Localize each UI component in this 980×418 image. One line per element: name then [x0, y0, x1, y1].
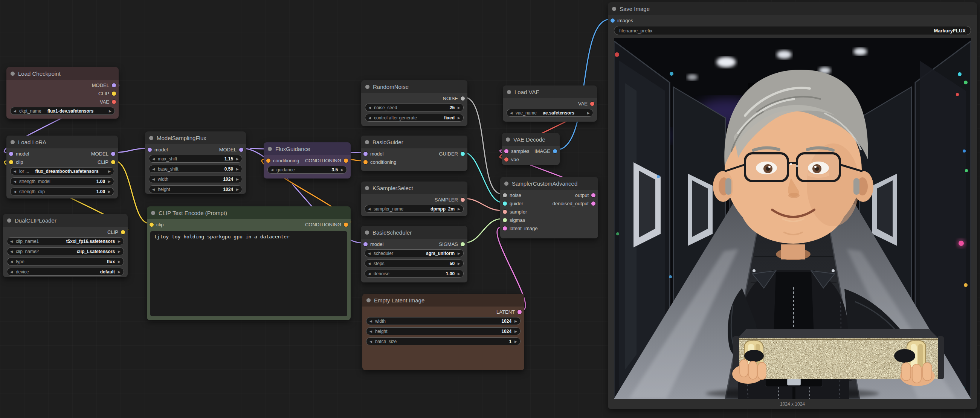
collapse-dot[interactable]: [365, 186, 369, 190]
widget-type[interactable]: ◀typeflux▶: [7, 257, 124, 265]
collapse-dot[interactable]: [365, 230, 369, 235]
port-dot-sampler[interactable]: [503, 210, 507, 214]
input-port-model[interactable]: model: [9, 151, 29, 157]
node-samplercustomadvanced[interactable]: SamplerCustomAdvancednoiseoutputguiderde…: [500, 177, 598, 238]
node-header[interactable]: ModelSamplingFlux: [145, 132, 246, 144]
port-dot-model[interactable]: [9, 152, 13, 156]
decrement-arrow[interactable]: ◀: [152, 167, 155, 171]
port-dot-model[interactable]: [239, 148, 243, 152]
node-header[interactable]: VAE Decode: [502, 133, 560, 146]
node-modelsamplingflux[interactable]: ModelSamplingFluxmodelMODEL◀max_shift1.1…: [145, 132, 246, 194]
collapse-dot[interactable]: [151, 211, 155, 215]
decrement-arrow[interactable]: ◀: [10, 250, 13, 253]
node-load-vae[interactable]: Load VAEVAE◀vae_nameae.safetensors▶: [503, 86, 597, 122]
decrement-arrow[interactable]: ◀: [368, 251, 371, 255]
increment-arrow[interactable]: ▶: [236, 188, 239, 191]
decrement-arrow[interactable]: ◀: [14, 180, 16, 183]
increment-arrow[interactable]: ▶: [118, 270, 121, 274]
port-dot-conditioning[interactable]: [344, 223, 348, 227]
input-port-clip[interactable]: clip: [9, 159, 23, 165]
port-dot-clip[interactable]: [121, 230, 125, 234]
increment-arrow[interactable]: ▶: [109, 109, 111, 113]
decrement-arrow[interactable]: ◀: [14, 109, 16, 113]
port-dot-vae[interactable]: [504, 157, 509, 162]
collapse-dot[interactable]: [504, 181, 509, 186]
decrement-arrow[interactable]: ◀: [10, 260, 13, 264]
port-dot-conditioning[interactable]: [344, 159, 348, 163]
widget-vae-name[interactable]: ◀vae_nameae.safetensors▶: [507, 109, 593, 117]
widget-steps[interactable]: ◀steps50▶: [364, 259, 464, 267]
increment-arrow[interactable]: ▶: [458, 262, 460, 265]
node-ksamplerselect[interactable]: KSamplerSelectSAMPLER◀sampler_namedpmpp_…: [361, 181, 468, 216]
increment-arrow[interactable]: ▶: [108, 180, 111, 183]
output-port-latent[interactable]: LATENT: [496, 309, 522, 315]
node-clip-text-encode-prompt[interactable]: CLIP Text Encode (Prompt)clipCONDITIONIN…: [147, 207, 351, 320]
port-dot-sampler[interactable]: [461, 198, 465, 202]
port-dot-guider[interactable]: [461, 152, 465, 156]
port-dot-latent[interactable]: [504, 149, 509, 153]
widget-height[interactable]: ◀height1024▶: [366, 327, 520, 335]
input-port-guider[interactable]: guider: [503, 201, 523, 207]
node-header[interactable]: FluxGuidance: [264, 142, 351, 155]
port-dot-vae[interactable]: [112, 100, 116, 104]
input-port-noise[interactable]: noise: [503, 192, 521, 198]
decrement-arrow[interactable]: ◀: [14, 170, 16, 173]
increment-arrow[interactable]: ▶: [108, 190, 111, 194]
input-port-images[interactable]: images: [611, 18, 633, 23]
increment-arrow[interactable]: ▶: [341, 168, 344, 172]
port-dot-vae[interactable]: [590, 102, 594, 106]
increment-arrow[interactable]: ▶: [236, 167, 239, 171]
prompt-textarea[interactable]: tjtoy toy holding sparkgpu gpu in a data…: [150, 231, 347, 316]
widget-lor[interactable]: ◀lor ...flux_dreambooth.safetensors▶: [10, 167, 114, 175]
port-dot-latent[interactable]: [503, 226, 507, 230]
node-header[interactable]: Load VAE: [503, 86, 597, 98]
widget-width[interactable]: ◀width1024▶: [366, 317, 520, 325]
widget-sampler-name[interactable]: ◀sampler_namedpmpp_2m▶: [364, 205, 464, 213]
increment-arrow[interactable]: ▶: [514, 340, 517, 343]
collapse-dot[interactable]: [11, 140, 15, 144]
increment-arrow[interactable]: ▶: [458, 272, 460, 276]
input-port-sigmas[interactable]: sigmas: [503, 217, 525, 223]
node-dualcliploader[interactable]: DualCLIPLoaderCLIP◀clip_name1t5xxl_fp16.…: [3, 214, 128, 277]
node-save-image[interactable]: Save Imageimagesfilename_prefixMarkuryFL…: [608, 2, 977, 409]
widget-clip-name1[interactable]: ◀clip_name1t5xxl_fp16.safetensors▶: [7, 237, 124, 245]
input-port-conditioning[interactable]: conditioning: [363, 159, 396, 165]
node-header[interactable]: SamplerCustomAdvanced: [500, 177, 598, 190]
input-port-model[interactable]: model: [148, 147, 168, 153]
input-port-vae[interactable]: vae: [504, 157, 519, 162]
increment-arrow[interactable]: ▶: [118, 260, 121, 264]
increment-arrow[interactable]: ▶: [514, 329, 517, 333]
output-port-output[interactable]: output: [575, 192, 595, 198]
decrement-arrow[interactable]: ◀: [368, 116, 371, 120]
collapse-dot[interactable]: [507, 90, 511, 94]
output-port-clip[interactable]: CLIP: [98, 91, 116, 96]
input-port-conditioning[interactable]: conditioning: [266, 158, 299, 164]
collapse-dot[interactable]: [7, 218, 11, 223]
output-port-vae[interactable]: VAE: [578, 101, 594, 106]
node-header[interactable]: KSamplerSelect: [361, 181, 468, 194]
input-port-model[interactable]: model: [363, 242, 383, 247]
increment-arrow[interactable]: ▶: [108, 170, 111, 173]
port-dot-model[interactable]: [112, 83, 116, 87]
port-dot-clip[interactable]: [111, 160, 115, 164]
port-dot-model[interactable]: [363, 152, 368, 156]
decrement-arrow[interactable]: ◀: [271, 168, 274, 172]
widget-width[interactable]: ◀width1024▶: [149, 175, 242, 183]
decrement-arrow[interactable]: ◀: [368, 207, 371, 211]
collapse-dot[interactable]: [149, 136, 153, 140]
widget-noise-seed[interactable]: ◀noise_seed25▶: [365, 103, 464, 111]
increment-arrow[interactable]: ▶: [458, 116, 460, 120]
input-port-model[interactable]: model: [363, 151, 383, 157]
collapse-dot[interactable]: [268, 147, 272, 151]
output-port-sigmas[interactable]: SIGMAS: [439, 242, 465, 247]
port-dot-guider[interactable]: [503, 202, 507, 206]
port-dot-latent[interactable]: [591, 202, 595, 206]
output-port-model[interactable]: MODEL: [219, 147, 243, 153]
port-dot-model[interactable]: [363, 242, 368, 246]
increment-arrow[interactable]: ▶: [514, 319, 517, 323]
port-dot-sigmas[interactable]: [461, 242, 465, 246]
output-port-conditioning[interactable]: CONDITIONING: [305, 158, 348, 164]
port-dot-latent[interactable]: [591, 193, 595, 197]
increment-arrow[interactable]: ▶: [458, 207, 460, 211]
collapse-dot[interactable]: [365, 85, 369, 89]
